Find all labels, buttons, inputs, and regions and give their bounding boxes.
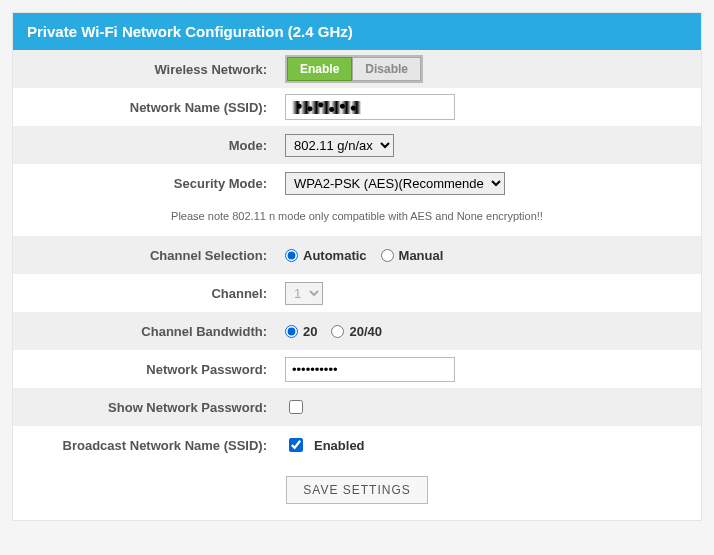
label-channel-sel: Channel Selection: xyxy=(13,248,285,263)
row-mode: Mode: 802.11 g/n/ax xyxy=(13,126,701,164)
row-ssid: Network Name (SSID): xyxy=(13,88,701,126)
label-security: Security Mode: xyxy=(13,176,285,191)
row-show-password: Show Network Password: xyxy=(13,388,701,426)
row-security: Security Mode: WPA2-PSK (AES)(Recommende… xyxy=(13,164,701,202)
password-input[interactable] xyxy=(285,357,455,382)
mode-select[interactable]: 802.11 g/n/ax xyxy=(285,134,394,157)
row-wireless-network: Wireless Network: Enable Disable xyxy=(13,50,701,88)
row-channel-selection: Channel Selection: Automatic Manual xyxy=(13,236,701,274)
enable-button[interactable]: Enable xyxy=(287,57,352,81)
save-settings-button[interactable]: SAVE SETTINGS xyxy=(286,476,427,504)
security-select[interactable]: WPA2-PSK (AES)(Recommended) xyxy=(285,172,505,195)
label-show-pw: Show Network Password: xyxy=(13,400,285,415)
ssid-input[interactable] xyxy=(285,94,455,120)
label-mode: Mode: xyxy=(13,138,285,153)
label-bandwidth: Channel Bandwidth: xyxy=(13,324,285,339)
label-ssid: Network Name (SSID): xyxy=(13,100,285,115)
row-bandwidth: Channel Bandwidth: 20 20/40 xyxy=(13,312,701,350)
panel-header: Private Wi-Fi Network Configuration (2.4… xyxy=(13,13,701,50)
channel-select: 1 xyxy=(285,282,323,305)
label-wireless: Wireless Network: xyxy=(13,62,285,77)
label-channel: Channel: xyxy=(13,286,285,301)
wireless-toggle: Enable Disable xyxy=(285,55,423,83)
label-password: Network Password: xyxy=(13,362,285,377)
radio-bw-2040[interactable]: 20/40 xyxy=(331,324,382,339)
radio-automatic[interactable]: Automatic xyxy=(285,248,367,263)
row-password: Network Password: xyxy=(13,350,701,388)
label-broadcast: Broadcast Network Name (SSID): xyxy=(13,438,285,453)
radio-bw-20[interactable]: 20 xyxy=(285,324,317,339)
broadcast-enabled-label: Enabled xyxy=(314,438,365,453)
row-channel: Channel: 1 xyxy=(13,274,701,312)
radio-automatic-input[interactable] xyxy=(285,249,298,262)
broadcast-checkbox[interactable] xyxy=(289,438,303,452)
show-password-checkbox[interactable] xyxy=(289,400,303,414)
row-broadcast: Broadcast Network Name (SSID): Enabled xyxy=(13,426,701,464)
radio-manual[interactable]: Manual xyxy=(381,248,444,263)
radio-manual-input[interactable] xyxy=(381,249,394,262)
ssid-redacted-icon xyxy=(292,101,364,114)
save-row: SAVE SETTINGS xyxy=(13,464,701,520)
compatibility-note: Please note 802.11 n mode only compatibl… xyxy=(13,202,701,236)
radio-bw-2040-input[interactable] xyxy=(331,325,344,338)
radio-bw-20-input[interactable] xyxy=(285,325,298,338)
wifi-config-panel: Private Wi-Fi Network Configuration (2.4… xyxy=(12,12,702,521)
disable-button[interactable]: Disable xyxy=(352,57,421,81)
